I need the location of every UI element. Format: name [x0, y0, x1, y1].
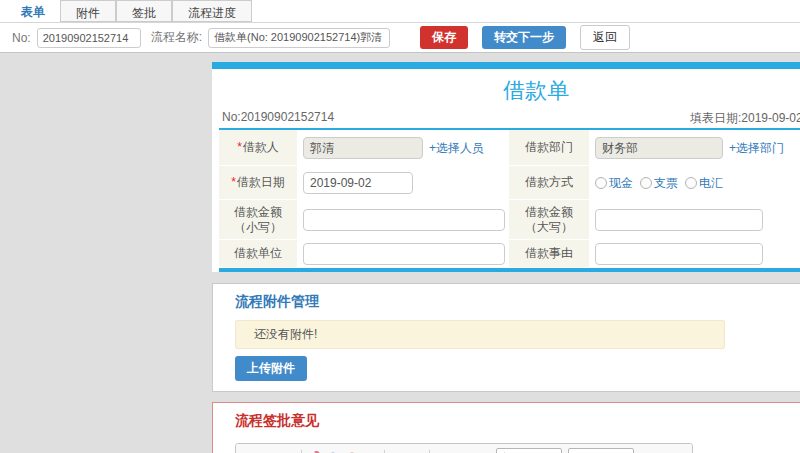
- back-button[interactable]: 返回: [580, 25, 630, 50]
- borrower-field: +选择人员: [297, 130, 509, 166]
- department-label-text: 借款部门: [525, 140, 573, 155]
- loan-unit-field: [297, 240, 509, 268]
- approval-title: 流程签批意见: [235, 412, 800, 430]
- no-attachments-alert: 还没有附件!: [235, 320, 725, 349]
- remove-format-icon[interactable]: A: [305, 449, 324, 453]
- radio-cash-label: 现金: [609, 175, 633, 192]
- process-name-label: 流程名称:: [151, 29, 202, 46]
- borrower-label: * 借款人: [219, 130, 297, 166]
- flag-icon[interactable]: ⚑: [362, 449, 381, 453]
- loan-reason-label: 借款事由: [509, 240, 589, 268]
- tab-form[interactable]: 表单: [6, 0, 60, 22]
- form-no-text: No:20190902152714: [222, 110, 334, 124]
- loan-date-input[interactable]: [303, 172, 413, 194]
- loan-reason-input[interactable]: [595, 243, 763, 265]
- amount-lower-label: 借款金额（小写）: [219, 200, 297, 240]
- select-department-link[interactable]: +选择部门: [729, 140, 784, 157]
- loan-unit-input[interactable]: [303, 243, 505, 265]
- required-mark: *: [237, 140, 242, 155]
- select-person-link[interactable]: +选择人员: [429, 140, 484, 157]
- main-area: 借款单 No:20190902152714 填表日期:2019-09-02 15…: [0, 53, 800, 453]
- department-label: 借款部门: [509, 130, 589, 166]
- tab-bar: 表单 附件 签批 流程进度: [0, 0, 800, 23]
- loan-method-field: 现金 支票 电汇: [589, 166, 800, 200]
- amount-lower-label-text: 借款金额（小写）: [225, 205, 291, 235]
- amount-upper-label: 借款金额（大写）: [509, 200, 589, 240]
- styles-dropdown[interactable]: 样式 ▾: [496, 448, 562, 453]
- form-meta-row: No:20190902152714 填表日期:2019-09-02 15:27:…: [212, 108, 800, 128]
- loan-unit-label: 借款单位: [219, 240, 297, 268]
- loan-method-label: 借款方式: [509, 166, 589, 200]
- format-dropdown[interactable]: 格式 ▾: [568, 448, 634, 453]
- panel-top-accent-bar: [212, 62, 800, 69]
- borrower-input: [303, 137, 423, 159]
- forward-next-step-button[interactable]: 转交下一步: [482, 26, 566, 49]
- department-field: +选择部门: [589, 130, 800, 166]
- amount-lower-input[interactable]: [303, 209, 505, 231]
- radio-wire[interactable]: 电汇: [685, 175, 723, 192]
- tab-progress[interactable]: 流程进度: [172, 0, 252, 22]
- department-input: [595, 137, 723, 159]
- loan-date-label-text: 借款日期: [237, 175, 285, 190]
- link-icon[interactable]: [324, 449, 343, 453]
- outdent-icon[interactable]: [433, 449, 452, 453]
- form-date-text: 填表日期:2019-09-02 15:27:1: [690, 110, 800, 127]
- attachments-panel: 流程附件管理 还没有附件! 上传附件: [212, 283, 800, 392]
- bulleted-list-icon[interactable]: [407, 449, 426, 453]
- tab-approval[interactable]: 签批: [116, 0, 172, 22]
- loan-method-radio-group: 现金 支票 电汇: [595, 175, 723, 192]
- no-label: No:: [12, 31, 31, 45]
- italic-icon[interactable]: I: [260, 449, 279, 453]
- loan-reason-field: [589, 240, 800, 268]
- rich-text-editor: B I abc A ⚑ 12: [235, 443, 693, 453]
- amount-lower-field: [297, 200, 509, 240]
- radio-icon: [640, 177, 652, 189]
- loan-method-label-text: 借款方式: [525, 175, 573, 190]
- loan-date-label: * 借款日期: [219, 166, 297, 200]
- save-button[interactable]: 保存: [420, 26, 468, 49]
- required-mark: *: [231, 175, 236, 190]
- editor-toolbar: B I abc A ⚑ 12: [236, 444, 692, 453]
- attachments-title: 流程附件管理: [235, 293, 800, 311]
- radio-icon: [595, 177, 607, 189]
- amount-upper-field: [589, 200, 800, 240]
- form-table: * 借款人 +选择人员 借款部门 +选择部门 * 借款日期: [219, 128, 800, 272]
- workflow-toolbar: No: 流程名称: 保存 转交下一步 返回: [0, 23, 800, 53]
- no-input[interactable]: [37, 28, 141, 48]
- radio-cash[interactable]: 现金: [595, 175, 633, 192]
- upload-attachment-button[interactable]: 上传附件: [235, 356, 307, 381]
- unlink-icon[interactable]: [343, 449, 362, 453]
- radio-check-label: 支票: [654, 175, 678, 192]
- radio-wire-label: 电汇: [699, 175, 723, 192]
- blockquote-icon[interactable]: ”: [471, 449, 490, 453]
- approval-panel: 流程签批意见 B I abc A ⚑ 12: [212, 402, 800, 453]
- radio-icon: [685, 177, 697, 189]
- loan-unit-label-text: 借款单位: [234, 246, 282, 261]
- strikethrough-icon[interactable]: abc: [279, 449, 298, 453]
- amount-upper-label-text: 借款金额（大写）: [515, 205, 583, 235]
- bold-icon[interactable]: B: [241, 449, 260, 453]
- amount-upper-input[interactable]: [595, 209, 763, 231]
- form-title: 借款单: [212, 69, 800, 108]
- radio-check[interactable]: 支票: [640, 175, 678, 192]
- process-name-input[interactable]: [208, 28, 390, 48]
- loan-reason-label-text: 借款事由: [525, 246, 573, 261]
- loan-form-panel: 借款单 No:20190902152714 填表日期:2019-09-02 15…: [212, 62, 800, 272]
- tab-attachments[interactable]: 附件: [60, 0, 116, 22]
- numbered-list-icon[interactable]: 12: [388, 449, 407, 453]
- borrower-label-text: 借款人: [243, 140, 279, 155]
- loan-date-field: [297, 166, 509, 200]
- indent-icon[interactable]: [452, 449, 471, 453]
